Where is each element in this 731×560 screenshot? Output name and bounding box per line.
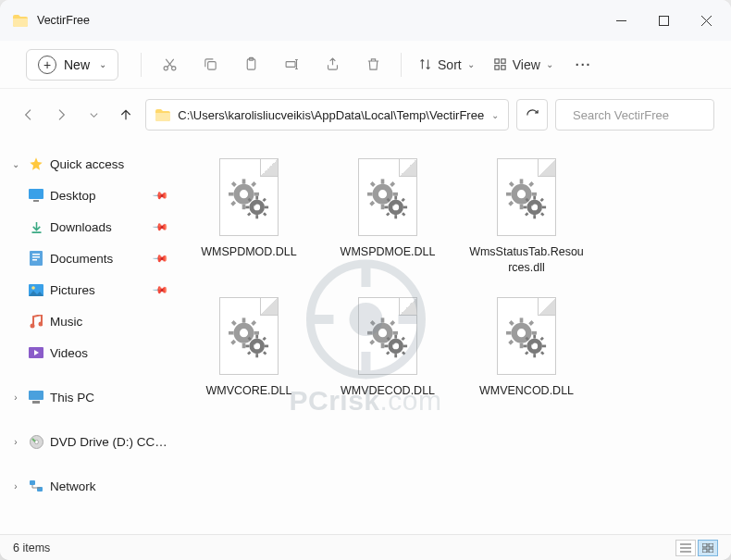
pin-icon: 📌 [151, 218, 168, 235]
svg-rect-90 [251, 320, 256, 326]
copy-button[interactable] [192, 48, 229, 81]
rename-button[interactable] [273, 48, 310, 81]
svg-rect-47 [265, 206, 268, 209]
svg-rect-66 [402, 198, 405, 202]
pin-icon: 📌 [151, 186, 168, 204]
window-title: VectirFree [37, 14, 600, 27]
file-item[interactable]: WMVENCOD.DLL [466, 289, 587, 404]
up-button[interactable] [113, 100, 138, 130]
dll-file-icon [216, 294, 282, 378]
svg-rect-70 [506, 193, 512, 196]
sidebar-label: Quick access [50, 157, 172, 171]
sidebar-item-desktop[interactable]: Desktop 📌 [4, 180, 178, 211]
svg-rect-40 [231, 181, 237, 187]
sidebar-label: Videos [50, 346, 172, 360]
svg-rect-60 [394, 196, 397, 200]
svg-rect-130 [540, 336, 544, 340]
file-item[interactable]: WmsStatusTab.Resources.dll [466, 150, 587, 281]
svg-rect-104 [370, 320, 376, 326]
close-button[interactable] [685, 0, 727, 41]
svg-rect-30 [29, 391, 43, 400]
svg-rect-107 [369, 340, 375, 345]
svg-rect-127 [542, 344, 546, 347]
svg-rect-91 [230, 340, 236, 345]
status-bar: 6 items [0, 534, 731, 560]
path-input[interactable]: C:\Users\karolisliucveikis\AppData\Local… [145, 99, 509, 131]
sidebar-dvd-drive[interactable]: › DVD Drive (D:) CCCC [4, 426, 178, 457]
sidebar-item-videos[interactable]: Videos [4, 337, 178, 368]
sidebar-item-downloads[interactable]: Downloads 📌 [4, 211, 178, 243]
minimize-button[interactable] [600, 0, 642, 41]
view-button[interactable]: View ⌄ [486, 54, 561, 76]
sidebar-item-documents[interactable]: Documents 📌 [4, 243, 178, 274]
sidebar-label: Downloads [50, 220, 148, 234]
delete-button[interactable] [354, 48, 391, 81]
svg-rect-7 [286, 62, 295, 68]
svg-rect-36 [242, 179, 246, 184]
svg-rect-111 [403, 344, 407, 347]
file-item[interactable]: WMVCORE.DLL [189, 289, 309, 404]
file-item[interactable]: WMSPDMOD.DLL [189, 150, 309, 281]
folder-icon [13, 15, 28, 27]
sort-button[interactable]: Sort ⌄ [411, 54, 482, 76]
details-view-button[interactable] [675, 540, 696, 556]
file-item[interactable]: WMVDECOD.DLL [328, 289, 448, 404]
svg-rect-132 [702, 543, 707, 547]
recent-button[interactable] [81, 100, 106, 130]
cut-button[interactable] [151, 48, 188, 81]
svg-rect-10 [495, 66, 499, 69]
back-button[interactable] [17, 100, 42, 130]
new-button[interactable]: + New ⌄ [26, 49, 118, 81]
forward-button[interactable] [49, 100, 74, 130]
file-name: WmsStatusTab.Resources.dll [468, 244, 585, 276]
svg-rect-129 [540, 351, 544, 355]
dll-file-icon [354, 156, 421, 239]
sidebar-quick-access[interactable]: ⌄ Quick access [4, 148, 178, 180]
icons-view-button[interactable] [698, 540, 718, 556]
more-button[interactable]: ··· [564, 54, 603, 76]
paste-button[interactable] [232, 48, 269, 81]
svg-rect-67 [386, 212, 390, 216]
chevron-right-icon: › [9, 392, 22, 403]
sidebar-label: This PC [50, 391, 172, 404]
sidebar-item-pictures[interactable]: Pictures 📌 [4, 274, 178, 305]
svg-rect-54 [367, 193, 373, 196]
svg-rect-106 [390, 320, 395, 326]
body: PCrisk.com ⌄ Quick access Desktop 📌 Down… [0, 141, 731, 534]
sidebar-this-pc[interactable]: › This PC [4, 381, 178, 413]
svg-rect-81 [540, 212, 544, 216]
svg-rect-77 [533, 215, 536, 218]
network-icon [28, 479, 44, 492]
refresh-button[interactable] [516, 99, 548, 131]
svg-rect-126 [523, 344, 527, 347]
file-name: WMVCORE.DLL [205, 383, 291, 399]
svg-rect-87 [254, 331, 260, 335]
svg-rect-62 [384, 206, 388, 209]
file-item[interactable]: WMSPDMOE.DLL [328, 150, 448, 281]
sidebar-network[interactable]: › Network [4, 470, 178, 502]
sidebar-item-music[interactable]: Music [4, 305, 178, 337]
sidebar-label: DVD Drive (D:) CCCC [50, 435, 172, 449]
search-input[interactable] [573, 108, 728, 122]
svg-rect-51 [247, 212, 251, 216]
svg-rect-8 [495, 59, 499, 63]
share-button[interactable] [314, 48, 351, 81]
svg-rect-125 [533, 354, 536, 357]
documents-icon [28, 251, 44, 266]
svg-rect-98 [263, 336, 266, 340]
svg-rect-92 [255, 334, 258, 338]
chevron-right-icon: › [9, 437, 22, 447]
sidebar-label: Desktop [50, 189, 148, 203]
svg-point-2 [164, 67, 167, 70]
view-label: View [513, 57, 540, 72]
download-icon [28, 220, 44, 234]
svg-rect-59 [369, 201, 375, 206]
svg-rect-133 [709, 543, 713, 547]
svg-rect-69 [520, 205, 524, 210]
svg-rect-55 [393, 193, 399, 196]
maximize-button[interactable] [642, 0, 685, 41]
item-count: 6 items [13, 541, 50, 554]
search-box[interactable] [555, 99, 714, 131]
chevron-down-icon: ⌄ [467, 59, 475, 69]
dll-file-icon [493, 156, 560, 239]
